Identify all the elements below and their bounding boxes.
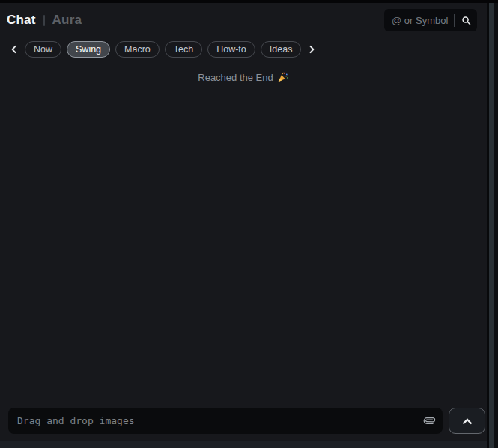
filter-chip-tech[interactable]: Tech [165, 41, 202, 58]
send-button[interactable] [449, 408, 485, 434]
message-input[interactable] [8, 415, 424, 426]
right-edge [487, 0, 498, 448]
search-input[interactable] [384, 15, 454, 26]
search-button[interactable] [455, 9, 477, 31]
filter-chip-label: Tech [174, 44, 193, 55]
bottom-edge [0, 441, 487, 448]
chevron-up-icon [459, 415, 476, 427]
scroll-left-button[interactable] [9, 43, 19, 55]
chevron-left-icon [9, 43, 19, 55]
message-input-wrap [8, 408, 443, 434]
right-edge-strip [489, 0, 494, 448]
filter-chip-label: Swing [76, 44, 101, 55]
tab-aura[interactable]: Aura [52, 13, 82, 28]
filter-chip-how-to[interactable]: How-to [207, 41, 255, 58]
filter-chip-label: Macro [124, 44, 151, 55]
filter-chips: NowSwingMacroTechHow-toIdeas [25, 41, 301, 58]
end-of-feed-banner: Reached the End [0, 71, 487, 83]
filter-chip-label: How-to [216, 44, 246, 55]
message-area [0, 90, 487, 405]
filter-chip-now[interactable]: Now [25, 41, 61, 58]
chevron-right-icon [306, 43, 317, 55]
tab-divider [43, 15, 45, 26]
composer [0, 408, 487, 434]
end-of-feed-text: Reached the End [198, 72, 273, 83]
tab-chat[interactable]: Chat [7, 13, 36, 28]
party-popper-icon [277, 71, 289, 83]
filter-chip-label: Ideas [270, 44, 293, 55]
filter-chip-swing[interactable]: Swing [67, 41, 110, 58]
attach-button[interactable] [424, 415, 443, 426]
search-box[interactable] [384, 9, 477, 31]
filter-chip-label: Now [34, 44, 52, 55]
filter-row: NowSwingMacroTechHow-toIdeas [0, 41, 487, 58]
filter-chip-macro[interactable]: Macro [115, 41, 160, 58]
search-icon [461, 15, 472, 26]
top-edge [0, 0, 498, 3]
scroll-right-button[interactable] [306, 43, 317, 55]
paperclip-icon [422, 413, 437, 429]
right-edge-dark [494, 0, 498, 448]
header: Chat Aura [0, 3, 487, 37]
filter-chip-ideas[interactable]: Ideas [261, 41, 302, 58]
